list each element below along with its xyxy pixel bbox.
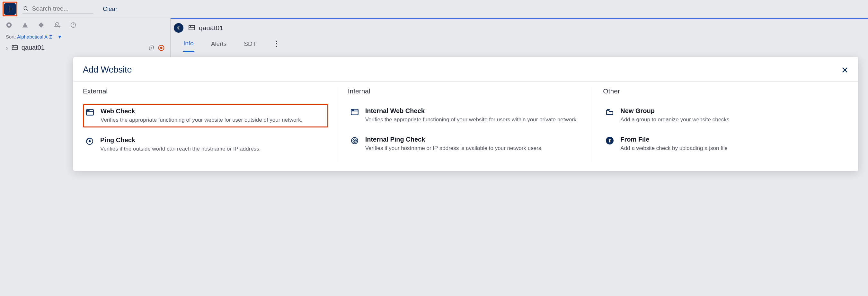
- option-internal-ping-check[interactable]: Internal Ping Check Verifies if your hos…: [348, 133, 584, 146]
- tab-info[interactable]: Info: [183, 37, 194, 52]
- option-new-group[interactable]: New Group Add a group to organize your w…: [603, 104, 849, 127]
- col-other: Other New Group Add a group to organize …: [593, 87, 849, 146]
- option-ping-check[interactable]: Ping Check Verifies if the outside world…: [83, 133, 328, 146]
- warning-triangle-icon[interactable]: [22, 22, 28, 28]
- status-alert-icon[interactable]: [158, 45, 164, 51]
- folder-icon: [606, 107, 615, 124]
- option-desc: Add a group to organize your website che…: [620, 116, 729, 124]
- close-icon: [841, 66, 849, 74]
- option-desc: Add a website check by uploading a json …: [620, 144, 727, 146]
- close-button[interactable]: [841, 66, 849, 74]
- diamond-icon[interactable]: [38, 22, 44, 28]
- option-title: From File: [620, 136, 727, 143]
- tree-item[interactable]: › qauat01 ?: [0, 41, 170, 54]
- tree-item-label: qauat01: [22, 44, 45, 52]
- upload-icon: [606, 136, 615, 146]
- option-title: Internal Ping Check: [365, 136, 542, 143]
- browser-icon: [350, 107, 360, 124]
- modal-body: External Web Check Verifies the appropri…: [73, 81, 858, 146]
- option-from-file[interactable]: From File Add a website check by uploadi…: [603, 133, 849, 146]
- more-menu-icon[interactable]: ⋮: [273, 39, 280, 50]
- browser-icon: [86, 107, 95, 124]
- back-button[interactable]: [174, 23, 183, 33]
- left-panel: Sort: Alphabetical A-Z ▼ › qauat01 ?: [0, 18, 170, 54]
- power-icon[interactable]: [70, 22, 76, 28]
- filter-icon-row: [0, 18, 170, 32]
- top-toolbar: Clear: [0, 0, 868, 18]
- option-title: Web Check: [100, 107, 302, 115]
- option-title: New Group: [620, 107, 729, 114]
- plus-icon: [7, 6, 13, 12]
- modal-title: Add Website: [83, 65, 132, 75]
- add-button[interactable]: [4, 3, 16, 15]
- svg-point-29: [354, 140, 355, 141]
- sort-value: Alphabetical A-Z: [17, 34, 52, 39]
- col-external: External Web Check Verifies the appropri…: [83, 87, 338, 146]
- col-heading-internal: Internal: [348, 87, 584, 95]
- tab-alerts[interactable]: Alerts: [210, 38, 227, 52]
- search-field[interactable]: [23, 4, 93, 14]
- svg-point-25: [352, 110, 353, 110]
- search-icon: [23, 5, 29, 12]
- svg-point-19: [88, 110, 88, 111]
- ping-target-icon: [350, 136, 360, 146]
- svg-point-0: [24, 6, 27, 10]
- option-web-check[interactable]: Web Check Verifies the appropriate funct…: [83, 104, 328, 127]
- modal-header: Add Website: [73, 57, 858, 81]
- chevron-left-icon: [176, 25, 181, 31]
- svg-rect-5: [12, 45, 17, 50]
- option-desc: Verifies if your hostname or IP address …: [365, 144, 542, 146]
- status-circle-icon[interactable]: [6, 22, 12, 28]
- device-icon: [11, 44, 18, 52]
- sort-row[interactable]: Sort: Alphabetical A-Z ▼: [0, 32, 170, 41]
- sort-label: Sort:: [6, 34, 16, 39]
- svg-point-20: [89, 110, 89, 111]
- svg-point-22: [89, 141, 90, 142]
- search-input[interactable]: [32, 5, 93, 12]
- option-internal-web-check[interactable]: Internal Web Check Verifies the appropri…: [348, 104, 584, 127]
- clear-button[interactable]: Clear: [98, 3, 122, 14]
- ping-icon: [86, 136, 95, 146]
- detail-header: qauat01: [170, 18, 868, 33]
- svg-line-1: [27, 9, 28, 10]
- svg-point-3: [8, 24, 10, 26]
- col-heading-external: External: [83, 87, 328, 95]
- svg-point-26: [353, 110, 354, 110]
- option-desc: Verifies the appropriate functioning of …: [100, 116, 302, 124]
- device-icon: [188, 24, 196, 32]
- option-title: Ping Check: [100, 136, 261, 144]
- bell-off-icon[interactable]: [54, 22, 60, 28]
- option-title: Internal Web Check: [365, 107, 578, 114]
- svg-text:?: ?: [150, 46, 152, 50]
- detail-title: qauat01: [199, 24, 223, 32]
- detail-tabs: Info Alerts SDT ⋮: [170, 33, 868, 52]
- chevron-down-icon: ▼: [57, 34, 62, 39]
- chip-unknown-icon[interactable]: ?: [148, 44, 155, 52]
- option-desc: Verifies the appropriate functioning of …: [365, 116, 578, 124]
- caret-right-icon[interactable]: ›: [6, 44, 8, 52]
- option-desc: Verifies if the outside world can reach …: [100, 145, 261, 146]
- col-internal: Internal Internal Web Check Verifies the…: [338, 87, 594, 146]
- add-button-highlight: [3, 2, 17, 17]
- svg-point-11: [160, 46, 162, 49]
- add-website-modal: Add Website External Web Check Verifies …: [73, 57, 858, 146]
- col-heading-other: Other: [603, 87, 849, 95]
- tab-sdt[interactable]: SDT: [243, 38, 257, 52]
